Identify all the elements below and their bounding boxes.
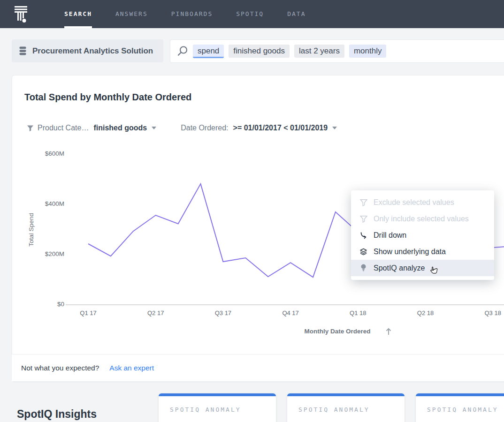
spotiq-insight-card[interactable]: SPOTIQ ANOMALY xyxy=(287,393,405,422)
funnel-icon xyxy=(359,199,367,206)
search-token[interactable]: finished goods xyxy=(229,45,290,58)
search-token[interactable]: last 2 years xyxy=(294,45,344,58)
filter-chip[interactable]: Date Ordered:>= 01/01/2017 < 01/01/2019 xyxy=(177,124,337,132)
mouse-hand-cursor xyxy=(428,265,439,277)
insight-card-badge: SPOTIQ ANOMALY xyxy=(170,406,276,413)
nav-tab-spotiq[interactable]: SPOTIQ xyxy=(236,0,264,28)
filter-value: finished goods xyxy=(93,124,147,132)
insight-card-badge: SPOTIQ ANOMALY xyxy=(298,406,405,413)
context-menu-item-label: Drill down xyxy=(374,231,406,240)
chevron-down-icon[interactable] xyxy=(152,127,156,129)
chevron-down-icon[interactable] xyxy=(332,127,337,129)
context-menu-item-label: Only include selected values xyxy=(374,215,469,223)
insight-card-badge: SPOTIQ ANOMALY xyxy=(427,406,504,413)
data-source-icon xyxy=(18,46,27,55)
context-menu-item-show-underlying-data[interactable]: Show underlying data xyxy=(351,243,494,260)
drill-down-icon xyxy=(359,232,367,239)
context-menu-item-label: Exclude selected values xyxy=(374,198,454,207)
top-nav-bar: SEARCHANSWERSPINBOARDSSPOTIQDATA xyxy=(0,0,504,28)
thoughtspot-logo-icon xyxy=(14,6,28,23)
search-bar[interactable]: spendfinished goodslast 2 yearsmonthly xyxy=(170,39,504,63)
insight-card-accent-bar xyxy=(416,393,504,396)
data-source-chip[interactable]: Procurement Analytics Solution xyxy=(12,39,163,62)
spotiq-insight-card[interactable]: SPOTIQ ANOMALY xyxy=(159,393,276,422)
spotiq-insight-card[interactable]: SPOTIQ ANOMALY xyxy=(416,393,504,422)
insight-card-accent-bar xyxy=(287,393,405,396)
nav-tab-answers[interactable]: ANSWERS xyxy=(115,0,148,28)
nav-tab-search[interactable]: SEARCH xyxy=(64,0,92,28)
context-menu-item-label: SpotIQ analyze xyxy=(374,264,425,272)
insight-card-accent-bar xyxy=(159,393,276,396)
answer-footer: Not what you expected? Ask an expert xyxy=(12,354,504,381)
footer-question-text: Not what you expected? xyxy=(21,364,99,372)
context-menu-item-spotiq-analyze[interactable]: SpotIQ analyze xyxy=(351,260,494,276)
nav-tab-pinboards[interactable]: PINBOARDS xyxy=(171,0,213,28)
answer-title: Total Spend by Monthly Date Ordered xyxy=(24,92,191,103)
ask-an-expert-link[interactable]: Ask an expert xyxy=(109,364,154,372)
bulb-icon xyxy=(359,264,367,272)
context-menu-item-drill-down[interactable]: Drill down xyxy=(351,227,494,243)
filter-chip[interactable]: Product Cate…finished goods xyxy=(34,124,156,132)
filter-row: Product Cate…finished goodsDate Ordered:… xyxy=(27,124,337,132)
spotiq-insights-heading: SpotIQ Insights xyxy=(17,408,97,421)
search-token[interactable]: monthly xyxy=(349,45,387,58)
context-menu-item-only-include-selected-values: Only include selected values xyxy=(351,211,494,227)
filter-name: Product Cate… xyxy=(38,124,89,132)
chart-context-menu: Exclude selected valuesOnly include sele… xyxy=(351,190,494,280)
nav-tab-data[interactable]: DATA xyxy=(287,0,305,28)
search-token[interactable]: spend xyxy=(193,45,224,58)
layers-icon xyxy=(359,248,367,256)
filter-value: >= 01/01/2017 < 01/01/2019 xyxy=(233,124,328,132)
filter-funnel-icon xyxy=(27,125,34,132)
data-source-label: Procurement Analytics Solution xyxy=(32,46,153,56)
filter-name: Date Ordered: xyxy=(181,124,228,132)
funnel-icon xyxy=(359,215,367,223)
search-icon xyxy=(177,45,188,57)
context-menu-item-exclude-selected-values: Exclude selected values xyxy=(351,194,494,211)
context-menu-item-label: Show underlying data xyxy=(374,248,446,256)
